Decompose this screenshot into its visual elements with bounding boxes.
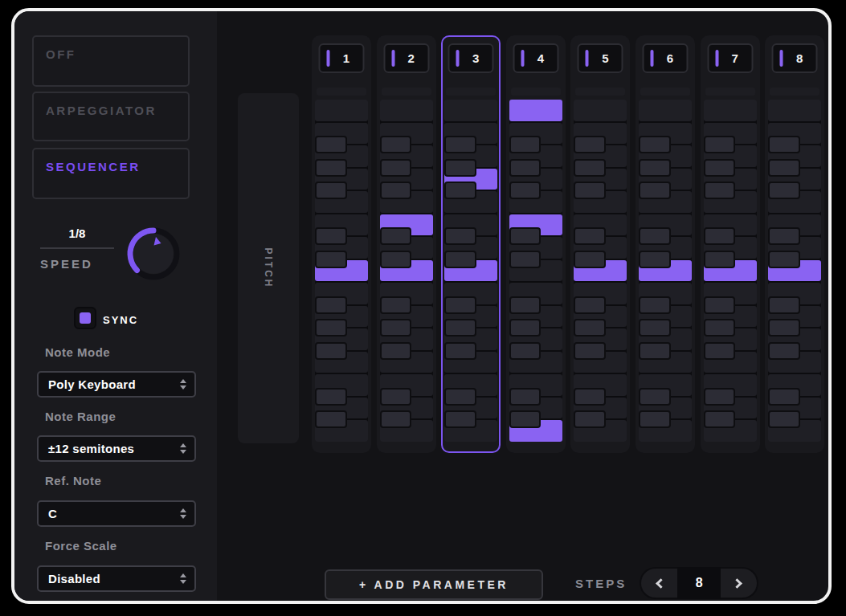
step-header-5[interactable]: 5 bbox=[578, 43, 623, 73]
white-key-c5[interactable] bbox=[444, 100, 497, 121]
black-key-d-3[interactable] bbox=[444, 388, 476, 406]
black-key-g-4[interactable] bbox=[574, 159, 606, 177]
white-key-c5[interactable] bbox=[768, 100, 821, 121]
black-key-f-3[interactable] bbox=[444, 342, 476, 360]
black-key-f-4[interactable] bbox=[639, 182, 671, 199]
black-key-d-4[interactable] bbox=[574, 227, 606, 245]
black-key-g-4[interactable] bbox=[380, 159, 412, 177]
black-key-c-4[interactable] bbox=[444, 251, 476, 268]
black-key-c-3[interactable] bbox=[509, 410, 542, 428]
ref-note-select[interactable]: C bbox=[37, 500, 196, 527]
white-key-c5[interactable] bbox=[509, 100, 562, 121]
black-key-g-3[interactable] bbox=[639, 319, 671, 337]
step-header-1[interactable]: 1 bbox=[319, 43, 365, 73]
black-key-c-4[interactable] bbox=[639, 251, 671, 268]
black-key-d-3[interactable] bbox=[768, 388, 800, 406]
add-parameter-button[interactable]: + ADD PARAMETER bbox=[325, 569, 543, 600]
step-header-2[interactable]: 2 bbox=[383, 43, 429, 73]
black-key-g-3[interactable] bbox=[380, 319, 412, 337]
step-header-8[interactable]: 8 bbox=[772, 43, 818, 73]
black-key-g-3[interactable] bbox=[704, 319, 736, 337]
black-key-f-4[interactable] bbox=[380, 182, 412, 199]
black-key-f-4[interactable] bbox=[704, 182, 736, 199]
black-key-f-3[interactable] bbox=[639, 342, 671, 360]
black-key-a-3[interactable] bbox=[509, 296, 542, 314]
black-key-g-4[interactable] bbox=[509, 159, 542, 177]
black-key-d-4[interactable] bbox=[315, 227, 347, 245]
black-key-c-3[interactable] bbox=[574, 410, 606, 428]
black-key-c-4[interactable] bbox=[315, 251, 347, 268]
black-key-d-4[interactable] bbox=[639, 227, 671, 245]
black-key-c-4[interactable] bbox=[704, 251, 736, 268]
black-key-c-3[interactable] bbox=[444, 410, 476, 428]
black-key-g-3[interactable] bbox=[315, 319, 347, 337]
black-key-f-4[interactable] bbox=[315, 182, 347, 199]
black-key-g-4[interactable] bbox=[768, 159, 800, 177]
black-key-d-3[interactable] bbox=[509, 388, 542, 406]
sidebar-item-off[interactable]: OFF bbox=[32, 35, 190, 87]
black-key-f-4[interactable] bbox=[509, 182, 542, 199]
black-key-d-3[interactable] bbox=[380, 388, 412, 406]
black-key-d-4[interactable] bbox=[509, 227, 542, 245]
black-key-f-4[interactable] bbox=[444, 182, 476, 199]
black-key-a-4[interactable] bbox=[639, 136, 671, 153]
black-key-a-3[interactable] bbox=[704, 296, 736, 314]
steps-decrement-button[interactable] bbox=[640, 567, 677, 599]
black-key-a-3[interactable] bbox=[639, 296, 671, 314]
black-key-c-3[interactable] bbox=[315, 410, 347, 428]
force-scale-select[interactable]: Disabled bbox=[37, 565, 196, 592]
black-key-d-4[interactable] bbox=[768, 227, 800, 245]
black-key-d-3[interactable] bbox=[315, 388, 347, 406]
black-key-a-4[interactable] bbox=[574, 136, 606, 153]
note-range-select[interactable]: ±12 semitones bbox=[37, 435, 196, 462]
black-key-g-3[interactable] bbox=[444, 319, 476, 337]
black-key-c-3[interactable] bbox=[704, 410, 736, 428]
black-key-d-4[interactable] bbox=[380, 227, 412, 245]
black-key-a-4[interactable] bbox=[315, 136, 347, 153]
step-header-4[interactable]: 4 bbox=[513, 43, 558, 73]
black-key-a-4[interactable] bbox=[380, 136, 412, 153]
black-key-f-3[interactable] bbox=[574, 342, 606, 360]
note-mode-select[interactable]: Poly Keyboard bbox=[37, 371, 196, 398]
sidebar-item-arpeggiator[interactable]: ARPEGGIATOR bbox=[32, 92, 190, 141]
black-key-f-3[interactable] bbox=[509, 342, 542, 360]
black-key-g-4[interactable] bbox=[639, 159, 671, 177]
black-key-c-4[interactable] bbox=[380, 251, 412, 268]
black-key-a-3[interactable] bbox=[444, 296, 476, 314]
black-key-a-4[interactable] bbox=[704, 136, 736, 153]
black-key-d-3[interactable] bbox=[704, 388, 736, 406]
black-key-f-3[interactable] bbox=[704, 342, 736, 360]
black-key-a-3[interactable] bbox=[768, 296, 800, 314]
black-key-g-4[interactable] bbox=[315, 159, 347, 177]
black-key-c-3[interactable] bbox=[639, 410, 671, 428]
black-key-g-3[interactable] bbox=[574, 319, 606, 337]
sync-checkbox[interactable] bbox=[74, 307, 96, 329]
white-key-c5[interactable] bbox=[574, 100, 627, 121]
black-key-d-4[interactable] bbox=[704, 227, 736, 245]
white-key-c5[interactable] bbox=[704, 100, 757, 121]
black-key-a-3[interactable] bbox=[380, 296, 412, 314]
steps-increment-button[interactable] bbox=[721, 567, 758, 599]
black-key-g-4[interactable] bbox=[704, 159, 736, 177]
sidebar-item-sequencer[interactable]: SEQUENCER bbox=[32, 148, 190, 199]
black-key-a-3[interactable] bbox=[315, 296, 347, 314]
black-key-f-3[interactable] bbox=[315, 342, 347, 360]
black-key-f-3[interactable] bbox=[768, 342, 800, 360]
step-header-3[interactable]: 3 bbox=[448, 43, 494, 73]
black-key-f-3[interactable] bbox=[380, 342, 412, 360]
white-key-c5[interactable] bbox=[380, 100, 433, 121]
white-key-c5[interactable] bbox=[315, 100, 368, 121]
black-key-g-4[interactable] bbox=[444, 159, 476, 177]
white-key-c5[interactable] bbox=[639, 100, 692, 121]
black-key-f-4[interactable] bbox=[768, 182, 800, 199]
black-key-a-4[interactable] bbox=[768, 136, 800, 153]
step-header-6[interactable]: 6 bbox=[643, 43, 689, 73]
black-key-d-3[interactable] bbox=[574, 388, 606, 406]
black-key-c-4[interactable] bbox=[574, 251, 606, 268]
black-key-a-4[interactable] bbox=[444, 136, 476, 153]
step-header-7[interactable]: 7 bbox=[707, 43, 753, 73]
black-key-d-3[interactable] bbox=[639, 388, 671, 406]
black-key-a-3[interactable] bbox=[574, 296, 606, 314]
black-key-g-3[interactable] bbox=[768, 319, 800, 337]
black-key-c-3[interactable] bbox=[768, 410, 800, 428]
